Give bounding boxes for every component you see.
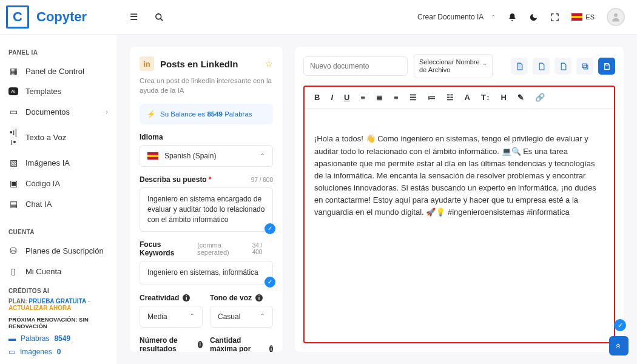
scroll-top-button[interactable]: « xyxy=(609,336,629,356)
menu-icon[interactable]: ☰ xyxy=(130,12,138,22)
renovation-line: PRÓXIMA RENOVACIÓN: SIN RENOVACIÓN xyxy=(8,316,108,329)
images-icon: ▭ xyxy=(8,348,15,356)
create-doc-label: Crear Documento IA xyxy=(417,13,484,21)
save-button[interactable] xyxy=(598,58,615,75)
sidebar-item-templates[interactable]: AI Templates xyxy=(0,81,116,101)
editor-body[interactable]: ¡Hola a todos! 👋 Como ingeniero en siste… xyxy=(305,109,614,228)
floating-check-icon: ✓ xyxy=(614,319,626,331)
archive-select[interactable]: Seleccionar Nombre de Archivo ⌃ xyxy=(414,54,493,78)
sidebar-item-panel-control[interactable]: ▦ Panel de Control xyxy=(0,61,116,81)
doc-icon: ▭ xyxy=(8,107,18,116)
flag-es-icon xyxy=(147,152,158,160)
lang-label: Idioma xyxy=(140,133,273,141)
ordered-list-icon[interactable]: ≔ xyxy=(428,93,436,102)
maxlen-label: Cantidad máxima por resultadoi xyxy=(210,336,273,352)
svg-rect-4 xyxy=(582,64,587,68)
unordered-list-icon[interactable]: ☳ xyxy=(447,93,454,102)
user-icon: ▯ xyxy=(8,266,18,276)
template-panel: in Posts en LinkedIn ☆ Crea un post de l… xyxy=(130,47,283,352)
stat-images: ▭ Imágenes 0 xyxy=(8,348,108,356)
sidebar-item-planes[interactable]: ⛁ Planes de Suscripción xyxy=(0,240,116,261)
kw-label: Focus Keywords(comma seperated) 34 / 400 xyxy=(140,240,273,257)
language-selector[interactable]: ES xyxy=(571,13,595,21)
export-txt-button[interactable] xyxy=(533,58,550,75)
sidebar-item-micuenta[interactable]: ▯ Mi Cuenta xyxy=(0,261,116,281)
words-icon: ▬ xyxy=(8,334,16,343)
chevron-up-icon: ⌃ xyxy=(189,312,195,320)
kw-counter: 34 / 400 xyxy=(252,242,273,255)
desc-counter: 97 / 600 xyxy=(251,177,273,183)
copy-button[interactable] xyxy=(576,58,593,75)
avatar[interactable] xyxy=(607,8,625,26)
svg-point-0 xyxy=(156,13,161,19)
lang-code: ES xyxy=(585,13,595,21)
info-icon[interactable]: i xyxy=(198,341,203,348)
results-label: Número de resultadosi xyxy=(140,336,203,352)
chevron-up-icon: ⌃ xyxy=(491,14,496,21)
sidebar-item-label: Imágenes IA xyxy=(25,158,70,167)
sidebar-item-label: Código IA xyxy=(25,179,60,188)
code-icon: ▣ xyxy=(8,178,18,188)
stat-words: ▬ Palabras 8549 xyxy=(8,334,108,343)
text-height-icon[interactable]: T↕ xyxy=(481,93,490,102)
italic-icon[interactable]: I xyxy=(331,93,333,102)
sidebar-item-chat[interactable]: ▤ Chat IA xyxy=(0,194,116,214)
info-icon[interactable]: i xyxy=(183,294,190,302)
main: in Posts en LinkedIn ☆ Crea un post de l… xyxy=(116,35,637,364)
sidebar-section-panel: PANEL IA xyxy=(0,43,116,61)
star-icon[interactable]: ☆ xyxy=(265,59,273,69)
kw-input[interactable]: Ingeniero en sistemas, informática xyxy=(140,261,273,285)
heading-icon[interactable]: H xyxy=(500,93,506,102)
fullscreen-icon[interactable] xyxy=(550,13,559,22)
search-icon[interactable] xyxy=(155,13,164,22)
highlight-icon[interactable]: ✎ xyxy=(517,93,524,102)
sidebar-item-documentos[interactable]: ▭ Documentos › xyxy=(0,101,116,122)
logo-mark: C xyxy=(6,5,29,29)
sidebar-item-label: Documentos xyxy=(25,107,70,116)
creativity-select[interactable]: Media ⌃ xyxy=(140,306,203,328)
align-right-icon[interactable]: ≡ xyxy=(394,93,399,102)
sidebar-item-codigo[interactable]: ▣ Código IA xyxy=(0,173,116,194)
font-icon[interactable]: A xyxy=(465,93,470,102)
sidebar-section-cuenta: CUENTA xyxy=(0,223,116,240)
sidebar-item-label: Panel de Control xyxy=(25,67,84,76)
info-icon[interactable]: i xyxy=(269,345,273,352)
svg-rect-5 xyxy=(605,63,608,65)
create-doc-ia[interactable]: Crear Documento IA ⌃ xyxy=(417,13,496,21)
doc-name-input[interactable] xyxy=(303,56,408,76)
moon-icon[interactable] xyxy=(529,13,538,22)
credits-head: CRÉDITOS AI xyxy=(8,288,108,294)
image-icon: ▧ xyxy=(8,158,18,167)
plan-icon: ⛁ xyxy=(8,246,18,255)
align-left-icon[interactable]: ≡ xyxy=(360,93,365,102)
info-icon[interactable]: i xyxy=(255,294,263,302)
topbar: C Copyter ☰ Crear Documento IA ⌃ ES xyxy=(0,0,637,35)
link-icon[interactable]: 🔗 xyxy=(535,93,545,102)
sidebar-item-label: Chat IA xyxy=(25,200,52,209)
tone-label: Tono de vozi xyxy=(210,294,273,302)
plan-name[interactable]: PRUEBA GRATUITA xyxy=(29,298,86,305)
creativity-label: Creatividadi xyxy=(140,294,203,302)
align-center-icon[interactable]: ≣ xyxy=(376,93,383,102)
bell-icon[interactable] xyxy=(508,13,517,22)
lang-select[interactable]: Spanish (Spain) ⌃ xyxy=(140,145,273,167)
align-justify-icon[interactable]: ☰ xyxy=(410,93,417,102)
tone-select[interactable]: Casual ⌃ xyxy=(210,306,273,328)
export-pdf-button[interactable] xyxy=(554,58,571,75)
plan-line: PLAN: PRUEBA GRATUITA - ACTUALIZAR AHORA xyxy=(8,298,108,311)
svg-rect-3 xyxy=(584,65,588,69)
sidebar-item-label: Templates xyxy=(25,87,61,96)
lang-value: Spanish (Spain) xyxy=(164,152,216,160)
sidebar-item-texto-voz[interactable]: •ı|ı• Texto a Voz xyxy=(0,122,116,152)
logo[interactable]: C Copyter xyxy=(0,5,116,29)
chevron-right-icon: › xyxy=(106,108,108,115)
sidebar-item-label: Planes de Suscripción xyxy=(25,246,104,255)
export-word-button[interactable] xyxy=(511,58,528,75)
bolt-icon: ⚡ xyxy=(147,110,155,118)
desc-textarea[interactable]: Ingeniero en sistema encargado de evalua… xyxy=(140,187,273,231)
logo-text: Copyter xyxy=(36,9,87,25)
sidebar-item-imagenes[interactable]: ▧ Imágenes IA xyxy=(0,152,116,173)
bold-icon[interactable]: B xyxy=(314,93,320,102)
upgrade-link[interactable]: ACTUALIZAR AHORA xyxy=(8,305,72,311)
underline-icon[interactable]: U xyxy=(344,93,349,102)
